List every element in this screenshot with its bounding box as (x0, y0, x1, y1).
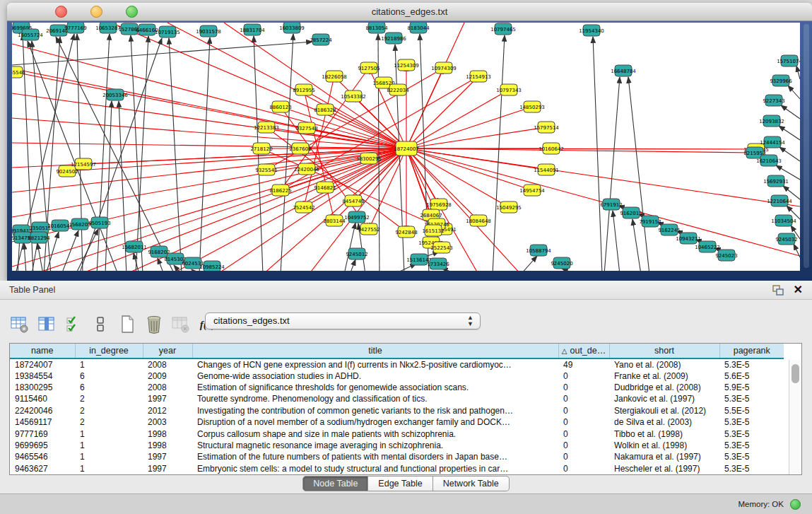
node-label: 11034504 (771, 218, 796, 224)
table-row[interactable]: 1830029562008Estimation of significance … (10, 382, 784, 393)
node-label: 9325541 (255, 168, 277, 173)
table-row[interactable]: 977716911998Corpus callosum shape and si… (10, 428, 784, 439)
node-label: 18084648 (466, 218, 491, 224)
node-label: 18831704 (240, 28, 265, 33)
node-label: 2522543 (430, 245, 452, 251)
node-label: 10797465 (490, 27, 516, 33)
table-body: 1872400712008Changes of HCN gene express… (10, 358, 784, 474)
column-header-title[interactable]: title (192, 344, 558, 358)
new-table-icon[interactable] (117, 315, 138, 334)
table-row[interactable]: 946554611997Estimation of the future num… (10, 451, 784, 462)
network-graph[interactable]: 2718120122133838860123891295518226058912… (12, 23, 800, 271)
select-columns-icon[interactable] (63, 315, 84, 334)
node-label: 12154597 (71, 162, 96, 168)
node-label: 8454749 (342, 199, 364, 204)
table-row[interactable]: 1938455462009Genome-wide association stu… (10, 370, 784, 381)
node-label: 9505193 (88, 221, 110, 226)
table-tabbar: Node Table Edge Table Network Table (0, 476, 812, 491)
table-scrollbar-thumb[interactable] (792, 364, 799, 383)
table-scrollbar[interactable] (789, 360, 801, 474)
node-label: 9245023 (715, 253, 737, 259)
column-header-outde[interactable]: △out_de… (558, 344, 609, 358)
node-label: 10465222 (695, 245, 720, 250)
memory-status-label: Memory: OK (738, 494, 784, 514)
node-label: 9329966 (770, 78, 792, 84)
node-label: 15692931 (763, 179, 789, 185)
node-label: 10160642 (539, 146, 564, 152)
table-selector-value: citations_edges.txt (213, 313, 290, 329)
node-label: 2684067 (420, 213, 442, 218)
node-layer: 2718120122133838860123891295518226058912… (12, 23, 800, 271)
node-label: 2718120 (250, 146, 272, 152)
tab-node-table[interactable]: Node Table (302, 476, 368, 491)
column-header-year[interactable]: year (143, 344, 192, 358)
node-label: 8183044 (407, 25, 430, 31)
node-label: 2367608 (289, 146, 311, 152)
node-label: 10719135 (155, 30, 180, 35)
tab-network-table[interactable]: Network Table (433, 476, 510, 491)
node-label: 19031578 (196, 29, 221, 35)
node-label: 9327548 (295, 126, 317, 132)
table-row[interactable]: 911546021997Tourette syndrome. Phenomeno… (10, 393, 784, 404)
node-label: 2803144 (323, 218, 346, 224)
table-settings-icon[interactable] (9, 315, 30, 334)
node-label: 10985224 (199, 264, 225, 270)
node-label: 14954754 (519, 188, 545, 194)
node-label: 7919154 (639, 219, 661, 225)
close-panel-icon[interactable]: ✕ (794, 283, 803, 296)
column-header-name[interactable]: name (10, 344, 75, 358)
node-label: 11954340 (579, 28, 604, 34)
node-label: 14850293 (519, 105, 545, 110)
node-label: 9127505 (358, 66, 379, 71)
table-row[interactable]: 2242004622012Investigating the contribut… (10, 405, 784, 416)
node-label: 8813054 (365, 25, 388, 31)
node-label: 9227343 (763, 98, 784, 104)
table-row[interactable]: 1456911722003Disruption of a novel membe… (10, 416, 784, 428)
node-label: 12210644 (767, 199, 792, 204)
node-label: 16033809 (279, 25, 305, 31)
node-label: 19218986 (381, 36, 406, 42)
show-column-icon[interactable] (36, 315, 57, 334)
delete-rows-icon[interactable] (143, 315, 165, 334)
window-titlebar[interactable]: citations_edges.txt (7, 3, 812, 21)
delete-table-icon-disabled (170, 315, 192, 334)
node-label: 8186328 (314, 107, 336, 113)
node-label: 16210643 (756, 158, 782, 164)
node-label: 20053346 (102, 93, 128, 98)
node-label: 19756928 (426, 202, 452, 208)
node-label: 16648784 (611, 69, 636, 74)
node-label: 10653287 (95, 25, 121, 31)
node-label: 1615132 (422, 228, 444, 234)
column-header-pagerank[interactable]: pagerank (719, 344, 784, 358)
table-panel-titlebar: Table Panel ✕ (0, 281, 812, 300)
table-toolbar: f(x) citations_edges.txt ▲▼ (9, 313, 224, 336)
node-label: 10797343 (496, 88, 522, 93)
node-label: 10543382 (341, 94, 366, 100)
node-label: 9162245 (658, 228, 680, 233)
column-header-short[interactable]: short (609, 344, 719, 358)
memory-status-icon[interactable] (790, 499, 801, 510)
node-label: 18226058 (322, 74, 347, 80)
window-frame: 2718120122133838860123891295518226058912… (7, 21, 812, 281)
table-row[interactable]: 946362711997Embryonic stem cells: a mode… (10, 463, 784, 474)
node-label: 1568203 (69, 222, 90, 228)
node-label: 18724007 (394, 146, 419, 152)
table-row[interactable]: 969969511998Structural magnetic resonanc… (10, 440, 784, 451)
column-header-indegree[interactable]: in_degree (75, 344, 143, 358)
row-height-icon[interactable] (90, 315, 111, 334)
tab-edge-table[interactable]: Edge Table (368, 476, 433, 491)
float-panel-icon[interactable] (772, 285, 784, 296)
node-label: 8186225 (269, 188, 291, 194)
node-label: 15751074 (777, 59, 800, 64)
node-label: 9168202 (148, 250, 170, 255)
table-row[interactable]: 1872400712008Changes of HCN gene express… (10, 358, 784, 370)
network-canvas[interactable]: 2718120122133838860123891295518226058912… (12, 23, 800, 271)
node-label: 10943211 (676, 236, 701, 242)
node-label: 9245032 (775, 237, 797, 243)
node-label: 10588794 (526, 248, 551, 254)
window-right-scroll-strip[interactable] (804, 24, 809, 268)
table-selector-dropdown[interactable]: citations_edges.txt ▲▼ (205, 313, 481, 329)
node-label: 9245012 (346, 252, 367, 257)
node-label: 8222034 (387, 88, 409, 93)
node-label: 6791912 (600, 202, 622, 208)
